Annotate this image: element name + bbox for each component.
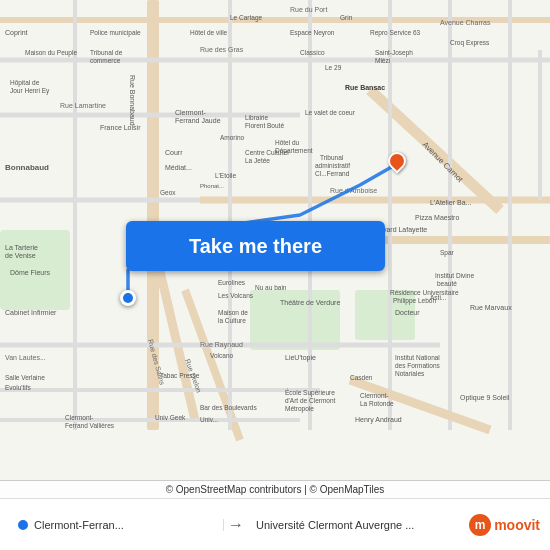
- svg-text:Maison de: Maison de: [218, 309, 248, 316]
- svg-text:Geox: Geox: [160, 189, 176, 196]
- svg-text:Evolu'tifs: Evolu'tifs: [5, 384, 32, 391]
- svg-text:Optique 9 Soleil: Optique 9 Soleil: [460, 394, 510, 402]
- map-attribution: © OpenStreetMap contributors | © OpenMap…: [0, 480, 550, 498]
- svg-text:La Jetée: La Jetée: [245, 157, 270, 164]
- svg-text:Tribunal de: Tribunal de: [90, 49, 123, 56]
- take-me-there-button[interactable]: Take me there: [126, 221, 385, 271]
- svg-text:Maison du Peuple: Maison du Peuple: [25, 49, 77, 57]
- svg-text:Casden: Casden: [350, 374, 373, 381]
- svg-text:L'Atelier Ba...: L'Atelier Ba...: [430, 199, 471, 206]
- destination-pin: [388, 152, 406, 178]
- svg-text:Ferrand Vallières: Ferrand Vallières: [65, 422, 115, 429]
- svg-text:Rue Lamartine: Rue Lamartine: [60, 102, 106, 109]
- svg-text:Pizza Maestro: Pizza Maestro: [415, 214, 459, 221]
- svg-text:Le 29: Le 29: [325, 64, 342, 71]
- svg-text:Coprint: Coprint: [5, 29, 28, 37]
- svg-text:Saint-Joseph: Saint-Joseph: [375, 49, 413, 57]
- svg-text:École Supérieure: École Supérieure: [285, 388, 335, 397]
- svg-text:Florent Bouté: Florent Bouté: [245, 122, 284, 129]
- svg-text:Nu au bain: Nu au bain: [255, 284, 287, 291]
- svg-text:Van Lautes...: Van Lautes...: [5, 354, 46, 361]
- origin-dot: [120, 290, 136, 306]
- svg-text:Institut Divine: Institut Divine: [435, 272, 474, 279]
- svg-text:Police municipale: Police municipale: [90, 29, 141, 37]
- app-container: Rue du Port Avenue Charras Rue des Gras …: [0, 0, 550, 550]
- svg-text:Cl...Ferrand: Cl...Ferrand: [315, 170, 350, 177]
- svg-text:Rue des Gras: Rue des Gras: [200, 46, 244, 53]
- svg-text:Rue Bonnabaud: Rue Bonnabaud: [129, 75, 136, 126]
- svg-text:Institut National: Institut National: [395, 354, 440, 361]
- svg-text:Dôme Fleurs: Dôme Fleurs: [10, 269, 51, 276]
- svg-text:Tabac Presse: Tabac Presse: [160, 372, 200, 379]
- svg-text:Croq Express: Croq Express: [450, 39, 490, 47]
- svg-text:Eurolines: Eurolines: [218, 279, 246, 286]
- svg-text:des Formations: des Formations: [395, 362, 441, 369]
- svg-text:Espace Neyron: Espace Neyron: [290, 29, 335, 37]
- bottom-navigation-bar: Clermont-Ferran... → Université Clermont…: [0, 498, 550, 550]
- svg-text:de Venise: de Venise: [5, 252, 36, 259]
- svg-text:Théâtre de Verdure: Théâtre de Verdure: [280, 299, 340, 306]
- from-label: Clermont-Ferran...: [34, 519, 124, 531]
- svg-text:Rue Raynaud: Rue Raynaud: [200, 341, 243, 349]
- svg-text:Mlézi: Mlézi: [375, 57, 390, 64]
- svg-text:Ferrand Jaude: Ferrand Jaude: [175, 117, 221, 124]
- svg-text:Clermont-: Clermont-: [360, 392, 389, 399]
- svg-text:LieU'topie: LieU'topie: [285, 354, 316, 362]
- svg-text:Phonat...: Phonat...: [200, 183, 224, 189]
- svg-text:Courr: Courr: [165, 149, 183, 156]
- svg-text:L'Etoile: L'Etoile: [215, 172, 237, 179]
- from-location[interactable]: Clermont-Ferran...: [10, 519, 224, 531]
- svg-text:Docteur: Docteur: [395, 309, 420, 316]
- take-me-there-label: Take me there: [189, 235, 322, 258]
- map-area: Rue du Port Avenue Charras Rue des Gras …: [0, 0, 550, 498]
- moovit-brand-name: moovit: [494, 517, 540, 533]
- svg-text:Classico: Classico: [300, 49, 325, 56]
- svg-text:Rue Bansac: Rue Bansac: [345, 84, 385, 91]
- svg-text:France Loisir: France Loisir: [100, 124, 141, 131]
- svg-text:administratif: administratif: [315, 162, 350, 169]
- svg-text:la Culture: la Culture: [218, 317, 246, 324]
- svg-text:Librairie: Librairie: [245, 114, 269, 121]
- to-location[interactable]: Université Clermont Auvergne ...: [248, 519, 461, 531]
- svg-text:Henry Andraud: Henry Andraud: [355, 416, 402, 424]
- attribution-text: © OpenStreetMap contributors | © OpenMap…: [166, 484, 385, 495]
- svg-text:d'Art de Clermont: d'Art de Clermont: [285, 397, 336, 404]
- svg-text:Cabinet Infirmier: Cabinet Infirmier: [5, 309, 57, 316]
- svg-text:La Rotonde: La Rotonde: [360, 400, 394, 407]
- svg-text:Métropole: Métropole: [285, 405, 314, 413]
- svg-text:Clermont-: Clermont-: [65, 414, 94, 421]
- svg-text:Avenue Charras: Avenue Charras: [440, 19, 491, 26]
- svg-text:Médiat...: Médiat...: [165, 164, 192, 171]
- svg-text:Bar des Boulevards: Bar des Boulevards: [200, 404, 257, 411]
- svg-text:Grin: Grin: [340, 14, 353, 21]
- svg-text:Tribunal: Tribunal: [320, 154, 344, 161]
- svg-text:Hôtel du: Hôtel du: [275, 139, 300, 146]
- svg-text:Univ...: Univ...: [200, 416, 218, 423]
- moovit-icon: m: [469, 514, 491, 536]
- svg-text:Univ Geek: Univ Geek: [155, 414, 186, 421]
- svg-text:Bonnabaud: Bonnabaud: [5, 163, 49, 172]
- svg-text:Les Volcans: Les Volcans: [218, 292, 254, 299]
- svg-text:Le Cartage: Le Cartage: [230, 14, 263, 22]
- svg-text:Le valet de coeur: Le valet de coeur: [305, 109, 356, 116]
- svg-text:Département: Département: [275, 147, 313, 155]
- svg-text:La Tarterie: La Tarterie: [5, 244, 38, 251]
- origin-indicator: [18, 520, 28, 530]
- svg-text:Résidence Universitaire: Résidence Universitaire: [390, 289, 459, 296]
- svg-text:Amorino: Amorino: [220, 134, 245, 141]
- moovit-logo: m moovit: [461, 514, 540, 536]
- svg-text:Philippe Lebon: Philippe Lebon: [393, 297, 436, 305]
- svg-text:Salle Verlaine: Salle Verlaine: [5, 374, 45, 381]
- arrow-right-icon: →: [224, 516, 248, 534]
- svg-text:Rue du Port: Rue du Port: [290, 6, 327, 13]
- svg-text:Repro Service 63: Repro Service 63: [370, 29, 421, 37]
- svg-text:Rue Marvaux: Rue Marvaux: [470, 304, 512, 311]
- destination-pin-body: [384, 148, 409, 173]
- svg-text:commerce: commerce: [90, 57, 121, 64]
- svg-text:beauté: beauté: [437, 280, 457, 287]
- svg-text:Spar: Spar: [440, 249, 455, 257]
- svg-text:Notariales: Notariales: [395, 370, 425, 377]
- svg-text:Clermont-: Clermont-: [175, 109, 206, 116]
- svg-text:Hôpital de: Hôpital de: [10, 79, 40, 87]
- svg-text:Hôtel de ville: Hôtel de ville: [190, 29, 228, 36]
